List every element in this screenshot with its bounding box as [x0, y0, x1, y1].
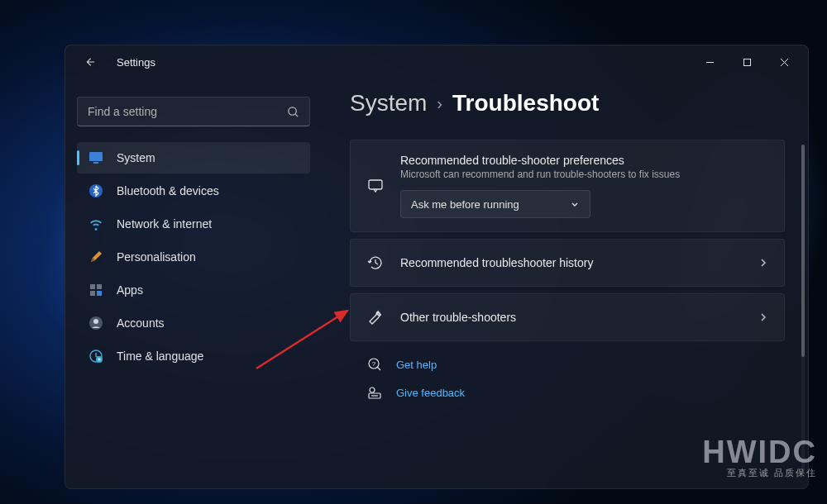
- main-content: System › Troubleshoot Recommended troubl…: [322, 78, 808, 488]
- svg-rect-17: [369, 180, 382, 189]
- svg-line-5: [295, 114, 298, 116]
- account-icon: [87, 314, 105, 332]
- card-title: Recommended trouble-shooter preferences: [400, 154, 769, 167]
- sidebar-item-label: Accounts: [117, 316, 165, 330]
- card-body: Recommended troubleshooter history: [400, 256, 743, 269]
- chevron-right-icon: ›: [437, 94, 442, 113]
- card-troubleshooter-preferences: Recommended trouble-shooter preferences …: [350, 140, 785, 232]
- dropdown-value: Ask me before running: [411, 198, 570, 211]
- minimize-icon: [705, 58, 715, 67]
- sidebar-item-time[interactable]: Time & language: [77, 340, 310, 372]
- maximize-icon: [743, 58, 752, 67]
- wifi-icon: [87, 215, 105, 233]
- card-body: Recommended trouble-shooter preferences …: [400, 154, 769, 218]
- chevron-down-icon: [570, 199, 580, 209]
- history-icon: [366, 253, 385, 273]
- wrench-icon: [366, 307, 385, 327]
- card-title: Other trouble-shooters: [400, 311, 743, 324]
- window-title: Settings: [117, 56, 155, 69]
- sidebar-item-bluetooth[interactable]: Bluetooth & devices: [77, 175, 310, 207]
- breadcrumb-current: Troubleshoot: [452, 90, 599, 116]
- apps-icon: [87, 281, 105, 299]
- sidebar-item-label: System: [117, 151, 155, 164]
- sidebar-item-personalisation[interactable]: Personalisation: [77, 241, 310, 273]
- svg-rect-12: [97, 291, 102, 296]
- card-other-troubleshooters[interactable]: Other trouble-shooters: [350, 293, 785, 341]
- sidebar-item-system[interactable]: System: [77, 142, 310, 174]
- get-help-link[interactable]: ? Get help: [366, 356, 785, 373]
- brush-icon: [87, 248, 105, 266]
- search-box[interactable]: [77, 97, 310, 126]
- close-icon: [780, 58, 789, 67]
- sidebar-item-network[interactable]: Network & internet: [77, 208, 310, 240]
- sidebar-item-label: Apps: [117, 283, 143, 297]
- bluetooth-icon: [87, 182, 105, 200]
- svg-text:?: ?: [372, 360, 376, 368]
- window-body: System Bluetooth & devices Network & int…: [65, 78, 808, 488]
- search-input[interactable]: [88, 105, 287, 118]
- arrow-left-icon: [84, 56, 95, 68]
- sidebar-item-label: Personalisation: [117, 250, 196, 264]
- card-troubleshooter-history[interactable]: Recommended troubleshooter history: [350, 239, 785, 287]
- svg-rect-10: [97, 284, 102, 289]
- link-label: Give feedback: [396, 387, 465, 399]
- search-icon: [287, 106, 299, 118]
- feedback-icon: [366, 384, 383, 401]
- svg-rect-7: [93, 162, 98, 164]
- chat-icon: [366, 176, 385, 196]
- footer-links: ? Get help Give feedback: [350, 356, 785, 401]
- time-language-icon: [87, 347, 105, 365]
- monitor-icon: [87, 149, 105, 167]
- sidebar-item-apps[interactable]: Apps: [77, 274, 310, 306]
- settings-window: Settings System: [65, 45, 809, 489]
- help-icon: ?: [366, 356, 383, 373]
- sidebar-item-label: Network & internet: [117, 217, 212, 231]
- chevron-right-icon: [758, 257, 769, 269]
- close-button[interactable]: [766, 50, 803, 74]
- svg-rect-9: [90, 284, 95, 289]
- link-label: Get help: [396, 359, 437, 371]
- svg-rect-6: [89, 152, 103, 161]
- svg-rect-11: [90, 291, 95, 296]
- give-feedback-link[interactable]: Give feedback: [366, 384, 785, 401]
- breadcrumb: System › Troubleshoot: [350, 90, 785, 116]
- titlebar: Settings: [65, 45, 808, 78]
- svg-rect-1: [744, 59, 751, 65]
- maximize-button[interactable]: [729, 50, 766, 74]
- sidebar: System Bluetooth & devices Network & int…: [65, 78, 322, 488]
- sidebar-item-label: Time & language: [117, 349, 203, 363]
- svg-point-4: [289, 107, 296, 114]
- back-button[interactable]: [77, 50, 102, 74]
- scrollbar[interactable]: [801, 145, 805, 472]
- card-subtitle: Microsoft can recommend and run trouble-…: [400, 169, 769, 180]
- preferences-dropdown[interactable]: Ask me before running: [400, 190, 590, 218]
- breadcrumb-parent[interactable]: System: [350, 90, 427, 116]
- minimize-button[interactable]: [691, 50, 729, 74]
- sidebar-item-accounts[interactable]: Accounts: [77, 307, 310, 339]
- card-body: Other trouble-shooters: [400, 311, 743, 324]
- svg-point-20: [370, 388, 375, 392]
- window-controls: [691, 50, 803, 74]
- card-title: Recommended troubleshooter history: [400, 256, 743, 269]
- svg-point-14: [93, 319, 98, 324]
- scrollbar-thumb[interactable]: [801, 145, 805, 357]
- chevron-right-icon: [758, 311, 769, 323]
- sidebar-item-label: Bluetooth & devices: [117, 184, 219, 197]
